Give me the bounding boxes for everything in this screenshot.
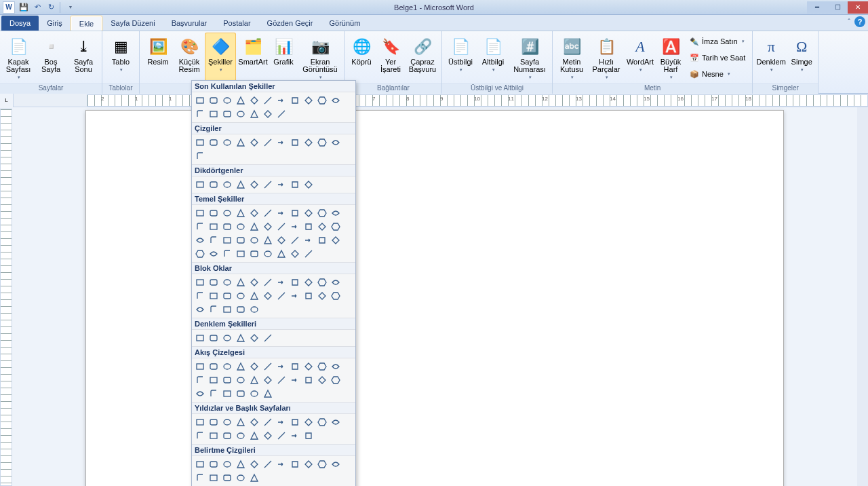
- shape-basic-36[interactable]: [234, 247, 248, 261]
- shape-recent-17[interactable]: [275, 107, 288, 121]
- shape-stars-10[interactable]: [329, 415, 342, 429]
- table-button[interactable]: ▦Tablo▾: [105, 33, 136, 81]
- pagenum-button[interactable]: #️⃣Sayfa Numarası▾: [510, 33, 549, 81]
- picture-button[interactable]: 🖼️Resim: [142, 33, 174, 81]
- vertical-ruler[interactable]: [0, 109, 12, 486]
- shape-basic-15[interactable]: [248, 220, 261, 233]
- shape-callouts-14[interactable]: [234, 471, 248, 485]
- shape-equation-2[interactable]: [220, 331, 234, 345]
- shape-block-9[interactable]: [315, 276, 329, 289]
- shape-flowchart-18[interactable]: [288, 373, 302, 387]
- chart-button[interactable]: 📊Grafik: [270, 33, 297, 81]
- shape-flowchart-2[interactable]: [220, 360, 234, 373]
- shape-block-6[interactable]: [275, 276, 288, 289]
- bookmark-button[interactable]: 🔖Yer İşareti: [376, 33, 405, 81]
- shape-basic-25[interactable]: [234, 233, 248, 247]
- shape-recent-5[interactable]: [261, 94, 275, 107]
- shape-callouts-4[interactable]: [248, 457, 261, 471]
- shape-lines-11[interactable]: [193, 149, 207, 163]
- shape-block-24[interactable]: [220, 303, 234, 316]
- shape-basic-2[interactable]: [220, 206, 234, 220]
- shape-basic-40[interactable]: [288, 247, 302, 261]
- shape-basic-31[interactable]: [315, 233, 329, 247]
- shape-basic-5[interactable]: [261, 206, 275, 220]
- document-page[interactable]: [85, 110, 784, 486]
- shape-callouts-6[interactable]: [275, 457, 288, 471]
- shape-basic-30[interactable]: [302, 233, 315, 247]
- shape-basic-28[interactable]: [275, 233, 288, 247]
- shape-callouts-10[interactable]: [329, 457, 342, 471]
- shape-block-18[interactable]: [288, 289, 302, 303]
- tab-insert[interactable]: Ekle: [71, 16, 102, 31]
- shape-block-13[interactable]: [220, 289, 234, 303]
- shape-stars-11[interactable]: [193, 429, 207, 443]
- shape-basic-1[interactable]: [207, 206, 220, 220]
- maximize-button[interactable]: ☐: [827, 1, 848, 14]
- shape-stars-19[interactable]: [302, 429, 315, 443]
- shape-stars-9[interactable]: [315, 415, 329, 429]
- shape-basic-29[interactable]: [288, 233, 302, 247]
- shape-recent-8[interactable]: [302, 94, 315, 107]
- shape-callouts-9[interactable]: [315, 457, 329, 471]
- shape-block-1[interactable]: [207, 276, 220, 289]
- shape-flowchart-9[interactable]: [315, 360, 329, 373]
- shape-block-7[interactable]: [288, 276, 302, 289]
- tab-review[interactable]: Gözden Geçir: [259, 16, 321, 31]
- shape-block-17[interactable]: [275, 289, 288, 303]
- shape-basic-13[interactable]: [220, 220, 234, 233]
- shape-basic-16[interactable]: [261, 220, 275, 233]
- symbol-button[interactable]: ΩSimge▾: [788, 33, 815, 81]
- shape-block-4[interactable]: [248, 276, 261, 289]
- shape-flowchart-10[interactable]: [329, 360, 342, 373]
- shape-flowchart-17[interactable]: [275, 373, 288, 387]
- shape-recent-0[interactable]: [193, 94, 207, 107]
- shape-block-10[interactable]: [329, 276, 342, 289]
- shape-recent-10[interactable]: [329, 94, 342, 107]
- shape-rects-3[interactable]: [234, 178, 248, 191]
- shape-block-21[interactable]: [329, 289, 342, 303]
- screenshot-button[interactable]: 📷Ekran Görüntüsü▾: [298, 33, 342, 81]
- shape-basic-38[interactable]: [261, 247, 275, 261]
- shape-callouts-11[interactable]: [193, 471, 207, 485]
- shape-flowchart-23[interactable]: [207, 387, 220, 400]
- help-icon[interactable]: ?: [854, 16, 865, 27]
- shape-stars-7[interactable]: [288, 415, 302, 429]
- shape-basic-9[interactable]: [315, 206, 329, 220]
- shape-stars-0[interactable]: [193, 415, 207, 429]
- shape-block-15[interactable]: [248, 289, 261, 303]
- shape-flowchart-12[interactable]: [207, 373, 220, 387]
- shape-lines-8[interactable]: [302, 136, 315, 149]
- shape-stars-6[interactable]: [275, 415, 288, 429]
- shape-basic-19[interactable]: [302, 220, 315, 233]
- shape-recent-15[interactable]: [248, 107, 261, 121]
- shape-recent-7[interactable]: [288, 94, 302, 107]
- shape-flowchart-25[interactable]: [234, 387, 248, 400]
- close-button[interactable]: ✕: [848, 1, 868, 14]
- shape-recent-16[interactable]: [261, 107, 275, 121]
- shape-basic-7[interactable]: [288, 206, 302, 220]
- shape-callouts-7[interactable]: [288, 457, 302, 471]
- shape-lines-10[interactable]: [329, 136, 342, 149]
- shape-rects-7[interactable]: [288, 178, 302, 191]
- shape-flowchart-20[interactable]: [315, 373, 329, 387]
- shape-recent-4[interactable]: [248, 94, 261, 107]
- smartart-button[interactable]: 🗂️SmartArt: [237, 33, 269, 81]
- shape-flowchart-15[interactable]: [248, 373, 261, 387]
- qat-customize-icon[interactable]: ▼: [64, 1, 77, 14]
- shape-stars-15[interactable]: [248, 429, 261, 443]
- shape-rects-0[interactable]: [193, 178, 207, 191]
- shape-flowchart-22[interactable]: [193, 387, 207, 400]
- shape-basic-17[interactable]: [275, 220, 288, 233]
- tab-mailings[interactable]: Postalar: [215, 16, 258, 31]
- shape-block-19[interactable]: [302, 289, 315, 303]
- shape-stars-17[interactable]: [275, 429, 288, 443]
- shape-callouts-3[interactable]: [234, 457, 248, 471]
- shape-block-2[interactable]: [220, 276, 234, 289]
- shape-callouts-15[interactable]: [248, 471, 261, 485]
- shape-basic-14[interactable]: [234, 220, 248, 233]
- shape-recent-9[interactable]: [315, 94, 329, 107]
- shape-block-23[interactable]: [207, 303, 220, 316]
- undo-icon[interactable]: ↶: [31, 1, 43, 14]
- shape-recent-13[interactable]: [220, 107, 234, 121]
- save-icon[interactable]: 💾: [18, 1, 30, 14]
